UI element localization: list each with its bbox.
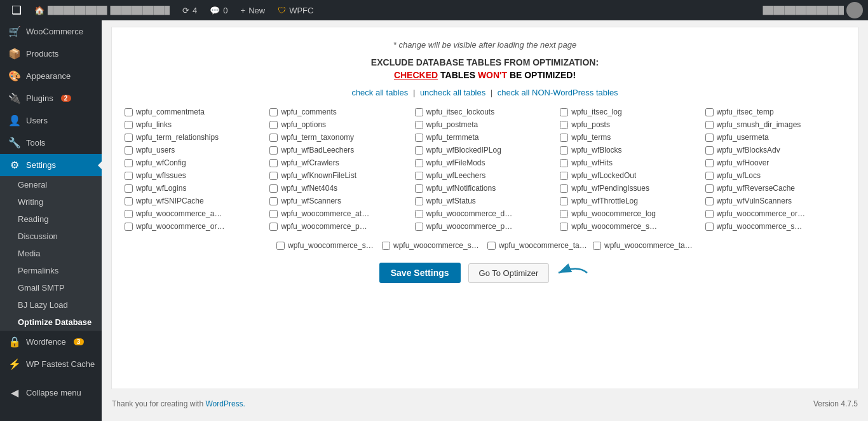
table-checkbox[interactable] [593,242,601,250]
table-checkbox[interactable] [125,197,133,205]
table-checkbox[interactable] [415,146,423,155]
table-checkbox[interactable] [560,197,568,205]
sidebar-item-products[interactable]: 📦 Products [0,43,102,65]
table-checkbox[interactable] [560,184,568,193]
table-checkbox[interactable] [415,197,423,205]
table-checkbox[interactable] [705,159,714,167]
sidebar-item-tools[interactable]: 🔧 Tools [0,132,102,154]
sidebar-item-users[interactable]: 👤 Users [0,109,102,132]
new-item[interactable]: + New [234,0,272,20]
notice-text: * change will be visible after loading t… [125,40,845,50]
submenu-permalinks[interactable]: Permalinks [0,262,102,279]
submenu-reading[interactable]: Reading [0,210,102,228]
table-name: wpfu_links [136,120,172,129]
table-checkbox[interactable] [125,146,133,155]
sidebar-item-wordfence[interactable]: 🔒 Wordfence 3 [0,331,102,353]
plugin-item[interactable]: 🛡 WPFC [271,0,320,20]
table-checkbox[interactable] [560,172,568,180]
table-checkbox[interactable] [560,121,568,129]
updates-item[interactable]: ⟳ 4 [176,0,203,20]
table-checkbox[interactable] [415,210,423,218]
go-to-optimizer-button[interactable]: Go To Optimizer [468,263,550,283]
table-checkbox[interactable] [269,223,278,231]
avatar[interactable] [846,2,863,18]
wont-text: WON'T [478,70,507,80]
table-checkbox[interactable] [125,159,133,167]
table-checkbox[interactable] [415,223,423,231]
submenu-optimize-db[interactable]: Optimize Database [0,314,102,331]
table-checkbox[interactable] [415,172,423,180]
table-checkbox[interactable] [125,172,133,180]
separator2: | [491,88,495,97]
wordpress-link[interactable]: WordPress. [205,399,245,408]
table-checkbox[interactable] [125,108,133,116]
check-non-wp-link[interactable]: check all NON-WordPress tables [498,88,618,97]
table-checkbox[interactable] [125,134,133,142]
table-checkbox[interactable] [705,172,714,180]
table-checkbox[interactable] [269,159,278,167]
table-checkbox[interactable] [705,108,714,116]
table-checkbox[interactable] [705,146,714,155]
table-checkbox[interactable] [560,146,568,155]
table-checkbox[interactable] [415,134,423,142]
table-checkbox[interactable] [415,159,423,167]
plugin-label: WPFC [289,6,313,15]
home-icon: 🏠 [34,6,44,15]
table-checkbox[interactable] [125,223,133,231]
table-checkbox[interactable] [269,172,278,180]
submenu-general[interactable]: General [0,176,102,193]
table-checkbox[interactable] [415,108,423,116]
last-row-container: wpfu_woocommerce_shippin…wpfu_woocommerc… [125,241,845,250]
save-settings-button[interactable]: Save Settings [379,263,461,283]
table-checkbox[interactable] [269,108,278,116]
table-name: wpfu_woocommerce_log [571,209,656,218]
comments-item[interactable]: 💬 0 [203,0,234,20]
uncheck-all-link[interactable]: uncheck all tables [420,88,485,97]
table-checkbox[interactable] [705,184,714,193]
table-checkbox[interactable] [415,121,423,129]
table-checkbox[interactable] [276,242,285,250]
sidebar-item-appearance[interactable]: 🎨 Appearance [0,65,102,87]
table-checkbox[interactable] [415,184,423,193]
submenu-writing[interactable]: Writing [0,193,102,210]
submenu-bj-lazy-load[interactable]: BJ Lazy Load [0,296,102,314]
table-checkbox[interactable] [705,121,714,129]
table-checkbox[interactable] [269,184,278,193]
submenu-media[interactable]: Media [0,245,102,262]
sidebar-item-plugins[interactable]: 🔌 Plugins 2 [0,87,102,109]
table-checkbox[interactable] [560,159,568,167]
table-checkbox[interactable] [269,121,278,129]
wp-logo-item[interactable]: ❑ [5,0,28,20]
table-checkbox[interactable] [382,242,390,250]
submenu-media-label: Media [18,249,40,258]
table-checkbox[interactable] [705,210,714,218]
table-checkbox[interactable] [269,210,278,218]
sidebar-item-collapse[interactable]: ◀ Collapse menu [0,382,102,404]
table-name: wpfu_posts [571,120,610,129]
table-checkbox[interactable] [487,242,496,250]
sidebar-item-settings[interactable]: ⚙ Settings [0,154,102,176]
table-checkbox[interactable] [269,146,278,155]
table-checkbox[interactable] [560,134,568,142]
table-name: wpfu_woocommerce_api_key… [136,209,225,218]
home-item[interactable]: 🏠 ███████████ ███████████ [28,0,176,20]
table-checkbox[interactable] [705,197,714,205]
table-checkbox[interactable] [269,197,278,205]
table-name: wpfu_woocommerce_shippin… [288,241,377,250]
sidebar-item-wp-fastest-cache[interactable]: ⚡ WP Fastest Cache [0,353,102,375]
table-checkbox[interactable] [560,210,568,218]
table-checkbox[interactable] [125,121,133,129]
table-checkbox[interactable] [560,108,568,116]
table-row: wpfu_itsec_lockouts [415,107,555,116]
table-checkbox[interactable] [125,184,133,193]
table-checkbox[interactable] [269,134,278,142]
check-all-link[interactable]: check all tables [351,88,408,97]
table-checkbox[interactable] [705,223,714,231]
sidebar-item-woocommerce[interactable]: 🛒 WooCommerce [0,20,102,43]
table-checkbox[interactable] [560,223,568,231]
submenu-gmail-smtp[interactable]: Gmail SMTP [0,279,102,296]
updates-count: 4 [193,6,197,15]
table-checkbox[interactable] [705,134,714,142]
table-checkbox[interactable] [125,210,133,218]
submenu-discussion[interactable]: Discussion [0,228,102,245]
